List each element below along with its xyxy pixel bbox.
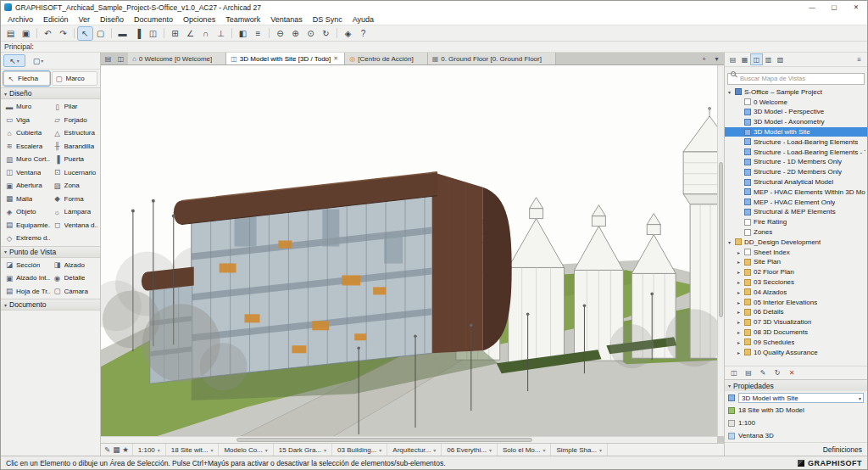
menu-diseno[interactable]: Diseño bbox=[95, 15, 129, 24]
expander-icon[interactable]: ▸ bbox=[736, 259, 742, 265]
menu-ventanas[interactable]: Ventanas bbox=[265, 15, 308, 24]
expander-icon[interactable]: ▸ bbox=[736, 299, 742, 305]
view-map-item[interactable]: Structural Analytical Model bbox=[725, 177, 867, 187]
tool-muro[interactable]: ▬ Muro bbox=[3, 100, 51, 114]
view-map-item[interactable]: MEP - HVAC Element Only bbox=[725, 197, 867, 207]
arrow-tool-button[interactable]: ↖ Flecha bbox=[3, 71, 50, 86]
publisher-sets-icon[interactable]: ▧ bbox=[775, 54, 786, 64]
expander-icon[interactable]: ▸ bbox=[736, 269, 742, 275]
menu-ver[interactable]: Ver bbox=[74, 15, 96, 24]
view-tab[interactable]: ▦ 0. Ground Floor [0. Ground Floor] bbox=[428, 53, 556, 64]
toolbar-icon[interactable] bbox=[337, 28, 337, 38]
view-map-item[interactable]: Structure - Load-Bearing Elements - Tran… bbox=[725, 147, 867, 157]
toolbar-icon[interactable] bbox=[36, 28, 37, 38]
project-map-icon[interactable]: ▦ bbox=[739, 54, 750, 64]
dimension-standard-quick-option[interactable]: Arquitectur... bbox=[387, 444, 442, 456]
view-map-item[interactable]: ▸ 10 Quality Assurance bbox=[725, 347, 867, 357]
marquee-tool-button[interactable]: ▢ Marco bbox=[52, 71, 98, 86]
view-map-item[interactable]: Structure - 1D Members Only bbox=[725, 157, 867, 167]
tool-alzado-interior[interactable]: ▣ Alzado Int... bbox=[3, 271, 51, 285]
toolbar-icon[interactable] bbox=[269, 28, 270, 38]
tool-detalle[interactable]: ◉ Detalle bbox=[51, 271, 99, 285]
tool-viga[interactable]: ▭ Viga bbox=[3, 114, 51, 127]
pin-tabbar-icon[interactable]: ◫ bbox=[115, 53, 126, 64]
properties-header[interactable]: Propiedades bbox=[725, 380, 867, 391]
quick-options-pencil-icon[interactable]: ✎ bbox=[104, 445, 110, 454]
open-project-icon[interactable]: ▤ bbox=[3, 27, 18, 40]
scale-quick-option[interactable]: 1:100 bbox=[133, 444, 166, 456]
tab-close-icon[interactable]: ✕ bbox=[333, 55, 340, 62]
tool-puerta[interactable]: ▐ Puerta bbox=[51, 153, 99, 166]
view-tab[interactable]: ◎ [Centro de Acción] bbox=[345, 53, 427, 64]
view-tab[interactable]: ◫ 3D Model with Site [3D / Todo] ✕ bbox=[226, 53, 345, 64]
view-map-item[interactable]: 3D Model with Site bbox=[725, 127, 867, 137]
tool-seccion[interactable]: ◪ Sección bbox=[3, 259, 51, 272]
layout-book-icon[interactable]: ▥ bbox=[763, 54, 774, 64]
redo-icon[interactable]: ↷ bbox=[56, 27, 70, 40]
tool-escalera[interactable]: ≋ Escalera bbox=[3, 140, 51, 154]
view-map-item[interactable]: Structure - 2D Members Only bbox=[725, 167, 867, 177]
door-tool-icon[interactable]: ▐ bbox=[131, 27, 145, 40]
expander-icon[interactable]: ▸ bbox=[736, 249, 742, 255]
partial-structure-quick-option[interactable]: Solo el Mo... bbox=[498, 444, 551, 456]
horizontal-scroll-thumb[interactable] bbox=[236, 438, 532, 442]
expander-icon[interactable]: ▾ bbox=[726, 239, 732, 245]
grid-snap-icon[interactable]: ⊞ bbox=[168, 27, 182, 40]
expander-icon[interactable]: ▸ bbox=[736, 339, 742, 345]
tool-muro-cortina[interactable]: ▥ Muro Cort... bbox=[3, 153, 51, 166]
tool-zona[interactable]: ▨ Zona bbox=[51, 179, 99, 193]
update-view-icon[interactable]: ↻ bbox=[771, 368, 783, 378]
open-view-icon[interactable]: ◫ bbox=[728, 368, 740, 378]
view-map-item[interactable]: ▸ Site Plan bbox=[725, 257, 867, 267]
tool-forjado[interactable]: ▱ Forjado bbox=[51, 114, 99, 127]
view-map-search-input[interactable] bbox=[727, 73, 865, 85]
expander-icon[interactable]: ▸ bbox=[736, 289, 742, 295]
fit-in-window-icon[interactable]: ⊙ bbox=[303, 27, 318, 40]
toolbar-icon[interactable] bbox=[164, 28, 164, 38]
navigator-options-icon[interactable]: ≡ bbox=[854, 54, 865, 64]
view-map-item[interactable]: MEP - HVAC Elements Within 3D Model bbox=[725, 187, 867, 197]
edit-view-icon[interactable]: ✎ bbox=[757, 368, 769, 378]
quick-favorites-icon[interactable]: ★ bbox=[122, 445, 129, 454]
magnet-snap-icon[interactable]: ∩ bbox=[198, 27, 213, 40]
menu-archivo[interactable]: Archivo bbox=[3, 15, 38, 24]
groups-icon[interactable]: ◧ bbox=[236, 27, 250, 40]
delete-view-icon[interactable]: ✕ bbox=[786, 368, 798, 378]
vertical-scroll-thumb[interactable] bbox=[719, 162, 723, 318]
view-map-item[interactable]: ▸ 03 Secciones bbox=[725, 277, 867, 288]
view-map-item[interactable]: Structural & MEP Elements bbox=[725, 207, 867, 217]
view-tab[interactable]: ⌂ 0 Welcome [0 Welcome] bbox=[128, 53, 226, 64]
expander-icon[interactable]: ▸ bbox=[736, 279, 742, 285]
marquee-tool-icon[interactable]: ▢ bbox=[93, 27, 108, 40]
renovation-filter-quick-option[interactable]: 03 Building... bbox=[332, 444, 387, 456]
viewport-horizontal-scrollbar[interactable] bbox=[101, 436, 717, 443]
new-tab-icon[interactable]: + bbox=[698, 53, 709, 64]
project-chooser-icon[interactable]: ▤ bbox=[727, 54, 738, 64]
view-map-item[interactable]: ▸ 04 Alzados bbox=[725, 287, 867, 297]
3d-model-scene[interactable] bbox=[101, 65, 724, 443]
tab-overview-icon[interactable]: ▤ bbox=[103, 53, 114, 64]
tool-estructura[interactable]: △ Estructura ... bbox=[51, 126, 99, 140]
tool-ventana-d[interactable]: ◻ Ventana d... bbox=[51, 219, 99, 232]
view-map-item[interactable]: ▸ 02 Floor Plan bbox=[725, 267, 867, 277]
menu-teamwork[interactable]: Teamwork bbox=[220, 15, 265, 24]
tool-equipamiento[interactable]: ▤ Equipamie... bbox=[3, 219, 51, 232]
toolbox-section-diseno[interactable]: Diseño bbox=[1, 87, 100, 99]
menu-opciones[interactable]: Opciones bbox=[178, 15, 220, 24]
view-map-item[interactable]: Fire Rating bbox=[725, 217, 867, 227]
menu-ayuda[interactable]: Ayuda bbox=[348, 15, 379, 24]
view-map-item[interactable]: Structure - Load-Bearing Elements bbox=[725, 137, 867, 147]
view-map-item[interactable]: ▸ 05 Interior Elevations bbox=[725, 297, 867, 307]
maximize-button[interactable]: ▢ bbox=[823, 1, 845, 14]
toolbar-icon[interactable] bbox=[74, 28, 75, 38]
tool-forma[interactable]: ◆ Forma bbox=[51, 193, 99, 206]
tool-cubierta[interactable]: ⌂ Cubierta bbox=[3, 126, 51, 140]
menu-documento[interactable]: Documento bbox=[129, 15, 178, 24]
view-map-item[interactable]: ▸ 07 3D Visualization bbox=[725, 317, 867, 327]
zoom-in-icon[interactable]: ⊕ bbox=[288, 27, 303, 40]
expander-icon[interactable]: ▸ bbox=[736, 309, 742, 315]
view-map-item[interactable]: ▸ Sheet Index bbox=[725, 247, 867, 257]
wall-tool-icon[interactable]: ▬ bbox=[115, 27, 130, 40]
save-icon[interactable]: ▣ bbox=[19, 27, 33, 40]
view-map-item[interactable]: 3D Model - Perspective bbox=[725, 107, 867, 117]
